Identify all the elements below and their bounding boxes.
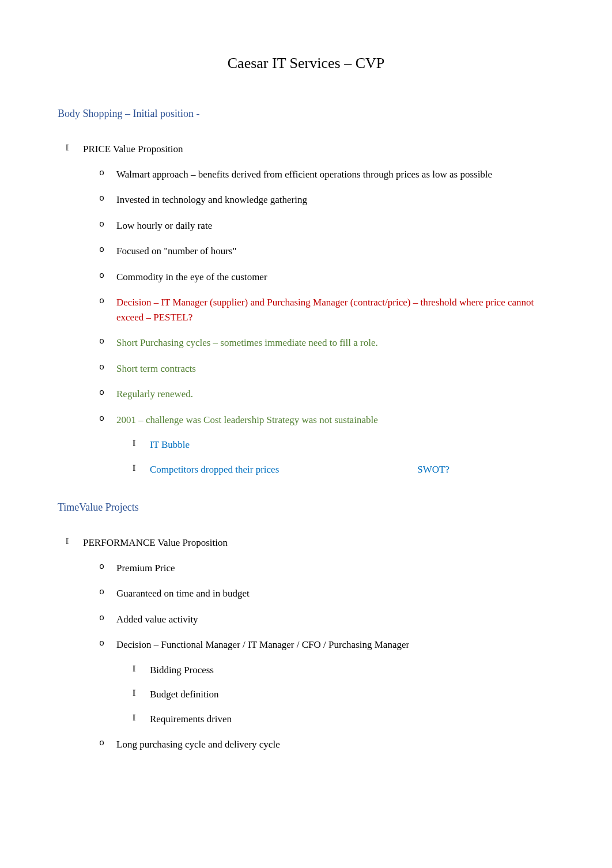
list-item: Low hourly or daily rate <box>116 218 554 233</box>
list-item: Short term contracts <box>116 361 554 376</box>
list-text: Bidding Process <box>150 665 214 675</box>
section1-list: PRICE Value Proposition Walmart approach… <box>58 142 554 477</box>
sublist-level3: Bidding Process Budget definition Requir… <box>116 663 554 727</box>
document-title: Caesar IT Services – CVP <box>58 52 554 74</box>
list-item: 2001 – challenge was Cost leadership Str… <box>116 413 554 477</box>
list-text: Added value activity <box>116 614 198 625</box>
list-text: Decision – Functional Manager / IT Manag… <box>116 639 409 650</box>
list-item: Bidding Process <box>150 663 554 678</box>
list-item: Budget definition <box>150 687 554 702</box>
list-item-label: PERFORMANCE Value Proposition <box>83 537 228 548</box>
list-item: IT Bubble <box>150 437 554 452</box>
list-item: Short Purchasing cycles – sometimes imme… <box>116 335 554 350</box>
list-item: Decision – IT Manager (supplier) and Pur… <box>116 295 554 324</box>
list-text: IT Bubble <box>150 439 190 450</box>
list-item-label: PRICE Value Proposition <box>83 144 183 154</box>
list-item: Invested in technology and knowledge gat… <box>116 193 554 207</box>
list-item: Premium Price <box>116 561 554 576</box>
list-text: Premium Price <box>116 563 175 573</box>
list-text: 2001 – challenge was Cost leadership Str… <box>116 414 378 425</box>
list-text: Low hourly or daily rate <box>116 220 212 231</box>
sublist: Premium Price Guaranteed on time and in … <box>83 561 554 752</box>
list-item: Requirements driven <box>150 712 554 727</box>
list-text: Commodity in the eye of the customer <box>116 271 267 282</box>
list-item: Guaranteed on time and in budget <box>116 586 554 601</box>
swot-label: SWOT? <box>417 462 449 477</box>
list-item: Added value activity <box>116 612 554 627</box>
list-text: Short term contracts <box>116 363 196 374</box>
list-text: Requirements driven <box>150 714 232 724</box>
list-item: PRICE Value Proposition Walmart approach… <box>83 142 554 477</box>
list-item: Competitors dropped their prices SWOT? <box>150 462 554 477</box>
list-text: Invested in technology and knowledge gat… <box>116 194 307 205</box>
section-heading-timevalue: TimeValue Projects <box>58 500 554 515</box>
list-item: Decision – Functional Manager / IT Manag… <box>116 637 554 726</box>
sublist-level3: IT Bubble Competitors dropped their pric… <box>116 437 554 477</box>
list-item: Long purchasing cycle and delivery cycle <box>116 737 554 752</box>
list-text: Guaranteed on time and in budget <box>116 588 250 599</box>
list-item: Walmart approach – benefits derived from… <box>116 167 554 182</box>
list-item: Regularly renewed. <box>116 387 554 402</box>
section2-list: PERFORMANCE Value Proposition Premium Pr… <box>58 535 554 752</box>
list-text: Focused on "number of hours" <box>116 246 236 256</box>
list-text: Regularly renewed. <box>116 388 193 399</box>
row-split: Competitors dropped their prices SWOT? <box>150 462 449 477</box>
list-text: Competitors dropped their prices <box>150 462 279 477</box>
list-text: Decision – IT Manager (supplier) and Pur… <box>116 297 534 323</box>
list-text: Short Purchasing cycles – sometimes imme… <box>116 337 378 348</box>
sublist: Walmart approach – benefits derived from… <box>83 167 554 477</box>
list-text: Walmart approach – benefits derived from… <box>116 169 492 180</box>
section-heading-body-shopping: Body Shopping – Initial position - <box>58 106 554 122</box>
list-item: Focused on "number of hours" <box>116 244 554 259</box>
list-text: Budget definition <box>150 689 218 700</box>
list-item: PERFORMANCE Value Proposition Premium Pr… <box>83 535 554 752</box>
list-text: Long purchasing cycle and delivery cycle <box>116 739 280 750</box>
list-item: Commodity in the eye of the customer <box>116 270 554 285</box>
